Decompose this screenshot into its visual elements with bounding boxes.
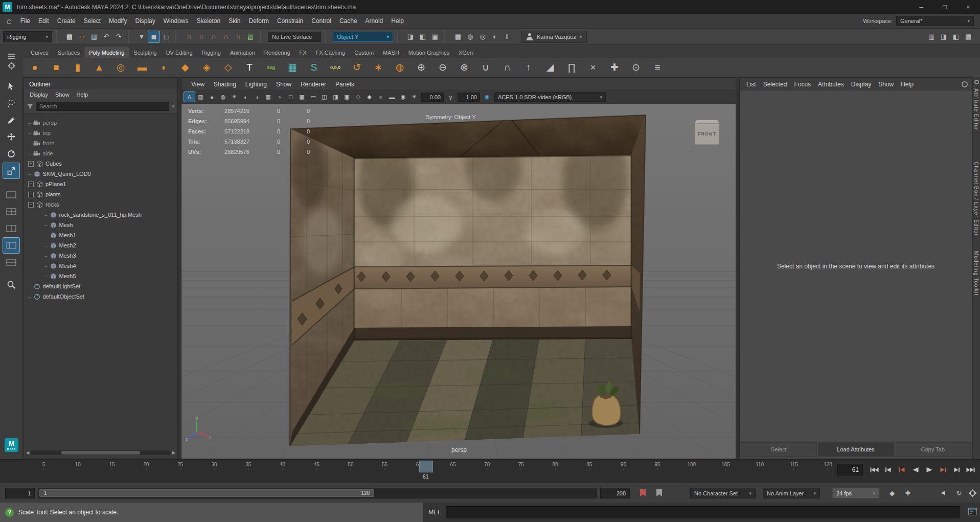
outliner-menu-show[interactable]: Show bbox=[52, 92, 73, 98]
smooth-shade-mode-icon[interactable]: ● bbox=[207, 92, 217, 102]
layout-graph-persp-button[interactable] bbox=[3, 255, 19, 270]
copy-tab-button[interactable]: Copy Tab bbox=[895, 442, 971, 457]
step-back-key-button[interactable] bbox=[896, 465, 908, 474]
divider[interactable] bbox=[175, 31, 180, 42]
input-connections-icon[interactable]: ◨ bbox=[405, 31, 416, 42]
go-to-end-button[interactable] bbox=[965, 465, 977, 474]
maximize-button[interactable]: □ bbox=[933, 0, 956, 14]
grid-toggle-icon[interactable]: ▩ bbox=[297, 92, 307, 102]
select-button[interactable]: Select bbox=[741, 442, 817, 457]
go-to-start-button[interactable] bbox=[868, 465, 880, 474]
fps-dropdown[interactable]: 24 fps ▾ bbox=[832, 488, 879, 498]
camera-attributes-icon[interactable]: ◉ bbox=[398, 92, 408, 102]
outliner-item-mesh[interactable]: –Mesh bbox=[24, 220, 177, 230]
select-hierarchy-icon[interactable]: ▼ bbox=[136, 31, 147, 42]
add-bookmark-icon[interactable] bbox=[656, 489, 662, 496]
timeline-tick-40[interactable]: 40 bbox=[280, 462, 285, 470]
current-frame-marker[interactable] bbox=[419, 461, 432, 472]
outliner-item-defaultobjectset[interactable]: –defaultObjectSet bbox=[24, 291, 177, 302]
character-set-dropdown[interactable]: No Character Set ▾ bbox=[690, 488, 756, 498]
expand-icon[interactable]: + bbox=[28, 161, 34, 167]
poly-disc-icon[interactable]: ◗ bbox=[156, 60, 171, 75]
wireframe-mode-icon[interactable]: ▥ bbox=[195, 92, 206, 102]
divider[interactable] bbox=[325, 31, 329, 42]
menu-create[interactable]: Create bbox=[53, 17, 80, 25]
zoom-tool-button[interactable] bbox=[3, 277, 19, 292]
outliner-item-pplane1[interactable]: +pPlane1 bbox=[24, 179, 177, 189]
scene-3d-view[interactable]: y x z FRONT persp bbox=[181, 104, 736, 459]
poly-torus-icon[interactable]: ◎ bbox=[113, 60, 128, 75]
panel-menu-show[interactable]: Show bbox=[271, 81, 296, 88]
shadows-icon[interactable]: ◐ bbox=[240, 92, 251, 102]
outliner-menu-help[interactable]: Help bbox=[73, 92, 92, 98]
anti-aliasing-icon[interactable]: ▦ bbox=[263, 92, 274, 102]
shelf-tab-surfaces[interactable]: Surfaces bbox=[53, 47, 84, 58]
layout-outliner-persp-button[interactable] bbox=[3, 238, 19, 253]
outliner-item-cubes[interactable]: +Cubes bbox=[24, 158, 177, 169]
outliner-item-mesh3[interactable]: –Mesh3 bbox=[24, 251, 177, 261]
exposure-icon[interactable]: ☀ bbox=[409, 92, 420, 102]
playback-loop-icon[interactable]: ↻ bbox=[954, 488, 964, 497]
poly-pyramid-icon[interactable]: ◈ bbox=[199, 60, 214, 75]
play-backwards-button[interactable] bbox=[909, 465, 922, 474]
set-key-icon[interactable]: ✚ bbox=[903, 488, 913, 497]
pause-viewport-icon[interactable]: ‖ bbox=[502, 31, 513, 42]
range-slider-track[interactable]: 1 120 bbox=[38, 488, 597, 498]
poly-cone-icon[interactable]: ▲ bbox=[92, 60, 107, 75]
shelf-tab-xgen[interactable]: XGen bbox=[454, 47, 477, 58]
platonic-solid-icon[interactable]: ◆ bbox=[177, 60, 193, 75]
scale-tool-button[interactable] bbox=[3, 163, 19, 178]
lasso-tool-button[interactable] bbox=[3, 96, 19, 111]
gamma-icon[interactable]: γ bbox=[445, 92, 456, 102]
minimize-button[interactable]: – bbox=[909, 0, 933, 14]
shelf-gear-icon[interactable] bbox=[9, 63, 14, 69]
target-weld-icon[interactable]: ⊙ bbox=[628, 60, 644, 75]
timeline-tick-100[interactable]: 100 bbox=[687, 462, 696, 470]
timeline-strip[interactable]: 5101520253035404550556065707580859095100… bbox=[0, 460, 833, 483]
timeline-tick-75[interactable]: 75 bbox=[518, 462, 524, 470]
shelf-tab-animation[interactable]: Animation bbox=[225, 47, 260, 58]
snap-to-projected-center-icon[interactable]: ∩ bbox=[220, 31, 232, 42]
live-surface-field[interactable]: No Live Surface bbox=[268, 32, 321, 42]
home-icon[interactable]: ⌂ bbox=[2, 16, 16, 26]
shelf-tab-poly-modeling[interactable]: Poly Modeling bbox=[84, 47, 129, 58]
frame-all-icon[interactable]: ○ bbox=[375, 92, 386, 102]
toggle-tool-settings-icon[interactable]: ◧ bbox=[950, 31, 962, 42]
animation-end-field[interactable]: 200 bbox=[600, 488, 630, 498]
outliner-item-mesh4[interactable]: –Mesh4 bbox=[24, 261, 177, 271]
panel-menu-panels[interactable]: Panels bbox=[331, 81, 359, 88]
construction-history-icon[interactable]: ▣ bbox=[429, 31, 441, 42]
bridge-icon[interactable]: ∏ bbox=[564, 60, 579, 75]
shelf-tab-motion-graphics[interactable]: Motion Graphics bbox=[404, 47, 454, 58]
pin-icon[interactable] bbox=[974, 80, 979, 84]
symmetry-field[interactable]: Object Y ▾ bbox=[333, 32, 393, 42]
layout-four-pane-button[interactable] bbox=[3, 204, 19, 219]
script-editor-icon[interactable] bbox=[968, 508, 977, 517]
exposure-field[interactable]: 0.00 bbox=[421, 93, 444, 102]
auto-key-icon[interactable]: ◆ bbox=[887, 488, 897, 497]
rotate-tool-button[interactable] bbox=[3, 146, 19, 162]
attred-menu-list[interactable]: List bbox=[743, 81, 760, 88]
new-scene-icon[interactable]: ▤ bbox=[64, 31, 75, 42]
output-connections-icon[interactable]: ◧ bbox=[417, 31, 428, 42]
colorspace-dropdown[interactable]: ACES 1.0 SDR-video (sRGB) ▾ bbox=[494, 92, 606, 102]
scroll-right-icon[interactable]: ▶ bbox=[172, 450, 175, 455]
current-frame-field[interactable]: 61 bbox=[837, 464, 863, 475]
outliner-item-rocks[interactable]: −rocks bbox=[24, 199, 177, 210]
color-management-icon[interactable]: ◉ bbox=[482, 92, 492, 102]
side-tab-channel-box-layer-editor[interactable]: Channel Box / Layer Editor bbox=[973, 162, 979, 236]
panel-menu-shading[interactable]: Shading bbox=[209, 81, 241, 88]
sweep-mesh-icon[interactable]: S bbox=[306, 60, 322, 75]
divider[interactable] bbox=[56, 31, 60, 42]
timeline-tick-120[interactable]: 120 bbox=[824, 462, 832, 470]
scrollbar-handle[interactable] bbox=[61, 451, 140, 455]
poly-cube-icon[interactable]: ■ bbox=[49, 60, 64, 75]
poly-helix-icon[interactable]: ↺ bbox=[349, 60, 364, 75]
shelf-tab-uv-editing[interactable]: UV Editing bbox=[162, 47, 197, 58]
shelf-tab-curves[interactable]: Curves bbox=[26, 47, 53, 58]
field-chart-icon[interactable]: ▣ bbox=[341, 92, 352, 102]
view-cube[interactable]: FRONT bbox=[695, 120, 719, 145]
timeline-tick-105[interactable]: 105 bbox=[721, 462, 730, 470]
resolution-gate-icon[interactable]: ◫ bbox=[319, 92, 330, 102]
combine-icon[interactable]: ∪ bbox=[478, 60, 493, 75]
